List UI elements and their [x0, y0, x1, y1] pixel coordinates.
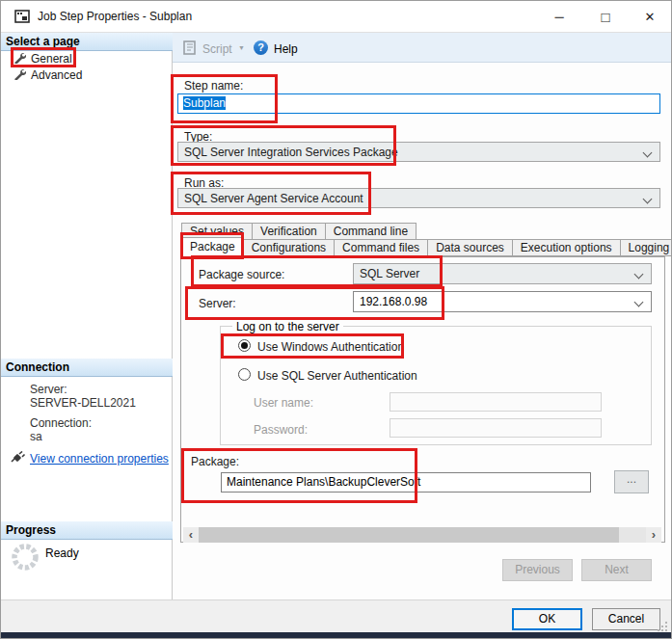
maximize-icon[interactable]: □	[585, 1, 626, 32]
tab-execution-options[interactable]: Execution options	[512, 239, 621, 256]
next-button[interactable]: Next	[581, 559, 652, 581]
minimize-icon[interactable]: ─	[539, 1, 579, 32]
wrench-icon	[13, 51, 26, 67]
connection-server-value: SERVER-DELL2021	[30, 396, 136, 410]
password-input[interactable]	[390, 418, 602, 438]
package-label: Package:	[191, 455, 239, 468]
tab-package[interactable]: Package	[181, 237, 244, 257]
run-as-dropdown[interactable]: SQL Server Agent Service Account	[177, 188, 660, 208]
progress-spinner-icon	[10, 542, 40, 575]
windows-auth-label[interactable]: Use Windows Authentication	[257, 340, 404, 354]
tab-logging[interactable]: Logging	[620, 239, 672, 256]
toolbar	[173, 33, 672, 63]
connection-name-value: sa	[30, 430, 42, 443]
tab-command-line[interactable]: Command line	[325, 223, 417, 240]
sidebar-item-advanced[interactable]: Advanced	[31, 68, 82, 82]
progress-header: Progress	[1, 521, 173, 540]
tab-data-sources[interactable]: Data sources	[427, 239, 513, 256]
server-combobox[interactable]: 192.168.0.98	[353, 291, 652, 312]
sidebar-item-general[interactable]: General	[31, 52, 72, 66]
window-icon	[14, 10, 30, 26]
step-name-label: Step name:	[184, 79, 243, 93]
logon-group-title: Log on to the server	[232, 320, 343, 333]
progress-status: Ready	[45, 546, 79, 560]
package-source-dropdown[interactable]: SQL Server	[353, 263, 652, 284]
selected-text: Subplan	[183, 96, 226, 110]
connection-header: Connection	[1, 359, 173, 377]
tab-configurations[interactable]: Configurations	[243, 239, 335, 256]
user-name-label: User name:	[254, 396, 313, 410]
job-step-properties-window: Job Step Properties - Subplan ─ □ ✕ Sele…	[0, 0, 672, 639]
chevron-down-icon	[643, 195, 653, 204]
tab-row-2: Package Configurations Command files Dat…	[181, 239, 672, 257]
package-input[interactable]: Maintenance Plans\BackupCleverSoft	[221, 472, 591, 493]
sql-auth-label[interactable]: Use SQL Server Authentication	[257, 369, 417, 383]
scroll-right-icon[interactable]: ›	[646, 527, 661, 543]
chevron-down-icon	[643, 148, 653, 158]
script-dropdown-icon[interactable]: ▼	[238, 44, 245, 51]
previous-button[interactable]: Previous	[502, 559, 573, 581]
cancel-button[interactable]: Cancel	[592, 608, 660, 630]
tab-command-files[interactable]: Command files	[334, 239, 428, 256]
window-title: Job Step Properties - Subplan	[38, 10, 192, 23]
user-name-input[interactable]	[390, 392, 602, 412]
help-button[interactable]: Help	[274, 42, 298, 56]
scroll-left-icon[interactable]: ‹	[183, 527, 199, 543]
horizontal-scrollbar[interactable]: ‹ ›	[183, 527, 661, 543]
help-icon: ?	[254, 40, 268, 55]
close-icon[interactable]: ✕	[630, 1, 670, 32]
type-dropdown[interactable]: SQL Server Integration Services Package	[177, 142, 660, 162]
package-source-label: Package source:	[199, 268, 284, 281]
sidebar	[1, 33, 173, 599]
scrollbar-track[interactable]	[199, 527, 646, 543]
view-connection-properties-link[interactable]: View connection properties	[30, 452, 169, 466]
title-bar: Job Step Properties - Subplan ─ □ ✕	[1, 1, 671, 33]
tab-verification[interactable]: Verification	[252, 223, 326, 240]
sql-auth-radio[interactable]	[238, 368, 251, 381]
wrench-icon	[13, 67, 26, 83]
browse-button[interactable]: ...	[614, 470, 649, 493]
connection-server-label: Server:	[30, 383, 67, 396]
step-name-input[interactable]: Subplan	[177, 93, 660, 114]
password-label: Password:	[254, 423, 308, 437]
server-label: Server:	[199, 297, 236, 310]
connection-properties-icon	[10, 451, 27, 467]
ok-button[interactable]: OK	[512, 608, 582, 630]
chevron-down-icon	[634, 298, 644, 307]
script-button[interactable]: Script	[202, 42, 232, 56]
taskbar-strip	[1, 632, 672, 639]
scrollbar-thumb[interactable]	[199, 527, 619, 543]
script-icon	[182, 40, 199, 59]
chevron-down-icon	[634, 270, 644, 280]
connection-name-label: Connection:	[30, 416, 92, 430]
select-a-page-header: Select a page	[1, 33, 173, 51]
windows-auth-radio[interactable]	[238, 339, 251, 352]
